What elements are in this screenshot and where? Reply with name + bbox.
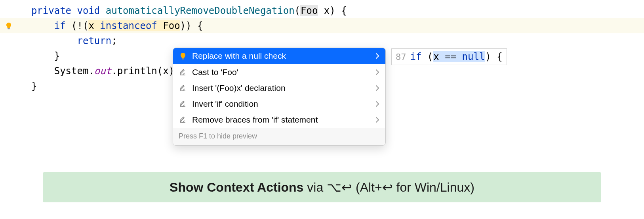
popup-footer-hint: Press F1 to hide preview — [173, 128, 385, 145]
code-line: private void automaticallyRemoveDoubleNe… — [0, 3, 644, 18]
banner-shortcut-mac: ⌥↩ — [327, 180, 352, 194]
banner-shortcut-win: Alt+↩ — [360, 180, 393, 194]
chevron-right-icon — [375, 53, 380, 59]
intention-item-label: Cast to 'Foo' — [192, 67, 370, 77]
intention-actions-popup: Replace with a null check Cast to 'Foo' … — [173, 48, 386, 146]
bulb-icon — [179, 52, 187, 60]
intention-bulb-icon[interactable] — [5, 22, 13, 30]
intention-preview: 87if (x == null) { — [391, 48, 507, 65]
intention-item-label: Replace with a null check — [192, 51, 370, 61]
code-line: return; — [0, 33, 644, 48]
intention-item-replace-null-check[interactable]: Replace with a null check — [173, 48, 385, 64]
chevron-right-icon — [375, 85, 380, 91]
intention-item-insert-declaration[interactable]: Insert '(Foo)x' declaration — [173, 80, 385, 96]
intention-item-label: Invert 'if' condition — [192, 99, 370, 109]
param-type: Foo — [300, 5, 318, 16]
pencil-icon — [179, 84, 187, 92]
chevron-right-icon — [375, 117, 380, 123]
chevron-right-icon — [375, 101, 380, 107]
method-name: automaticallyRemoveDoubleNegation — [106, 5, 295, 16]
pencil-icon — [179, 68, 187, 76]
pencil-icon — [179, 100, 187, 108]
code-line-highlighted: if (!(x instanceof Foo)) { — [0, 18, 644, 33]
intention-item-label: Remove braces from 'if' statement — [192, 115, 370, 125]
param-name: x — [324, 5, 330, 16]
keyword: private — [31, 5, 71, 16]
intention-item-label: Insert '(Foo)x' declaration — [192, 83, 370, 93]
intention-item-cast-to-foo[interactable]: Cast to 'Foo' — [173, 64, 385, 80]
shortcut-banner: Show Context Actions via ⌥↩ (Alt+↩ for W… — [43, 172, 601, 202]
chevron-right-icon — [375, 69, 380, 75]
field-ref: out — [94, 65, 111, 77]
preview-line-number: 87 — [396, 52, 406, 62]
intention-item-remove-braces[interactable]: Remove braces from 'if' statement — [173, 112, 385, 128]
keyword: return — [77, 35, 112, 46]
keyword: if — [54, 20, 66, 31]
banner-title: Show Context Actions — [170, 180, 303, 194]
pencil-icon — [179, 116, 187, 124]
keyword: void — [77, 5, 100, 16]
intention-item-invert-if[interactable]: Invert 'if' condition — [173, 96, 385, 112]
